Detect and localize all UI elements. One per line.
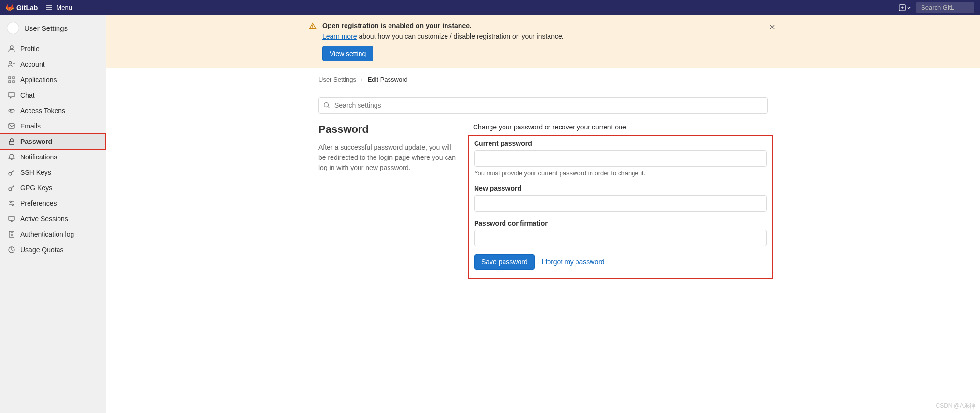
topbar-right: Search GitL: [899, 2, 974, 13]
alert-title: Open registration is enabled on your ins…: [322, 22, 778, 29]
sidebar-header[interactable]: User Settings: [0, 19, 106, 41]
section-heading: Password: [318, 123, 459, 136]
bell-icon: [8, 153, 15, 161]
quota-icon: [8, 246, 15, 254]
sidebar-item-active-sessions[interactable]: Active Sessions: [0, 211, 106, 227]
password-form-highlight: Current password You must provide your c…: [468, 135, 773, 279]
svg-rect-17: [9, 141, 14, 144]
sidebar-item-emails[interactable]: Emails: [0, 118, 106, 134]
sidebar-item-access-tokens[interactable]: Access Tokens: [0, 103, 106, 118]
svg-rect-16: [9, 124, 14, 128]
avatar: [7, 22, 19, 34]
sidebar-item-label: GPG Keys: [20, 184, 52, 192]
hamburger-icon: [45, 4, 53, 12]
svg-rect-24: [9, 216, 14, 220]
gitlab-icon: [6, 4, 14, 12]
form-actions: Save password I forgot my password: [474, 254, 767, 270]
new-password-label: New password: [474, 185, 767, 192]
divider: [318, 90, 768, 90]
sidebar-item-label: Profile: [20, 45, 40, 53]
global-search[interactable]: Search GitL: [916, 2, 974, 13]
settings-left: Password After a successful password upd…: [318, 123, 459, 271]
svg-point-6: [10, 46, 13, 49]
section-left-desc: After a successful password update, you …: [318, 142, 459, 173]
topbar-left: GitLab Menu: [6, 4, 72, 12]
sidebar-item-applications[interactable]: Applications: [0, 72, 106, 87]
sidebar-item-label: Emails: [20, 122, 41, 130]
svg-point-15: [10, 110, 11, 111]
search-icon: [323, 102, 330, 109]
svg-point-21: [10, 201, 12, 203]
sidebar-item-label: Chat: [20, 91, 35, 99]
password-settings-row: Password After a successful password upd…: [318, 123, 768, 271]
sidebar-item-password[interactable]: Password: [0, 134, 106, 149]
confirm-password-group: Password confirmation: [474, 219, 767, 246]
alert-banner: Open registration is enabled on your ins…: [106, 15, 980, 68]
sidebar-item-label: Applications: [20, 76, 57, 84]
confirm-password-input[interactable]: [474, 230, 767, 246]
svg-point-7: [9, 62, 12, 64]
current-password-help: You must provide your current password i…: [474, 170, 767, 177]
key-icon: [8, 169, 15, 176]
breadcrumb-current: Edit Password: [368, 76, 408, 83]
sidebar-item-gpg-keys[interactable]: GPG Keys: [0, 180, 106, 196]
new-password-group: New password: [474, 185, 767, 212]
menu-label: Menu: [56, 4, 72, 11]
svg-rect-13: [13, 81, 14, 83]
chat-icon: [8, 91, 15, 99]
sidebar-title: User Settings: [24, 24, 68, 32]
close-alert-button[interactable]: [767, 22, 778, 32]
sidebar-item-label: Password: [20, 138, 52, 145]
page-body: User Settings Profile Account Applicatio…: [0, 15, 980, 413]
sidebar-item-preferences[interactable]: Preferences: [0, 196, 106, 211]
save-password-button[interactable]: Save password: [474, 254, 535, 270]
topbar: GitLab Menu Search GitL: [0, 0, 980, 15]
confirm-password-label: Password confirmation: [474, 219, 767, 227]
content-area: Open registration is enabled on your ins…: [106, 15, 980, 413]
sidebar-item-label: SSH Keys: [20, 169, 51, 176]
current-password-label: Current password: [474, 140, 767, 147]
lock-icon: [8, 138, 15, 145]
svg-rect-12: [9, 81, 11, 83]
sidebar-item-ssh-keys[interactable]: SSH Keys: [0, 165, 106, 180]
chevron-down-icon: [907, 5, 911, 10]
breadcrumb: User Settings › Edit Password: [318, 76, 768, 83]
svg-point-36: [324, 103, 329, 107]
new-password-input[interactable]: [474, 195, 767, 212]
view-setting-button[interactable]: View setting: [322, 46, 373, 61]
settings-right: Change your password or recover your cur…: [473, 123, 768, 271]
account-icon: [8, 60, 15, 68]
sidebar: User Settings Profile Account Applicatio…: [0, 15, 106, 413]
sidebar-item-notifications[interactable]: Notifications: [0, 149, 106, 165]
sidebar-item-authentication-log[interactable]: Authentication log: [0, 227, 106, 242]
current-password-group: Current password You must provide your c…: [474, 140, 767, 177]
gitlab-logo[interactable]: GitLab: [6, 4, 38, 12]
sidebar-item-label: Access Tokens: [20, 107, 65, 114]
sidebar-item-account[interactable]: Account: [0, 57, 106, 72]
sidebar-item-label: Account: [20, 60, 45, 68]
applications-icon: [8, 76, 15, 84]
svg-point-33: [312, 28, 313, 28]
sidebar-item-profile[interactable]: Profile: [0, 41, 106, 57]
learn-more-link[interactable]: Learn more: [322, 32, 357, 40]
svg-point-23: [12, 204, 14, 206]
email-icon: [8, 122, 15, 130]
search-settings-input[interactable]: [318, 97, 768, 114]
alert-content: Open registration is enabled on your ins…: [322, 22, 778, 61]
monitor-icon: [8, 215, 15, 223]
forgot-password-link[interactable]: I forgot my password: [542, 258, 605, 266]
new-dropdown[interactable]: [899, 4, 911, 11]
alert-description: Learn more about how you can customize /…: [322, 32, 778, 40]
breadcrumb-root[interactable]: User Settings: [318, 76, 356, 83]
current-password-input[interactable]: [474, 150, 767, 167]
sidebar-item-chat[interactable]: Chat: [0, 87, 106, 103]
menu-toggle[interactable]: Menu: [45, 4, 72, 12]
profile-icon: [8, 45, 15, 53]
brand-text: GitLab: [16, 4, 38, 12]
warning-icon: [309, 22, 317, 61]
sidebar-item-label: Notifications: [20, 153, 57, 161]
svg-point-14: [9, 109, 14, 112]
preferences-icon: [8, 199, 15, 207]
token-icon: [8, 107, 15, 114]
sidebar-item-usage-quotas[interactable]: Usage Quotas: [0, 242, 106, 257]
